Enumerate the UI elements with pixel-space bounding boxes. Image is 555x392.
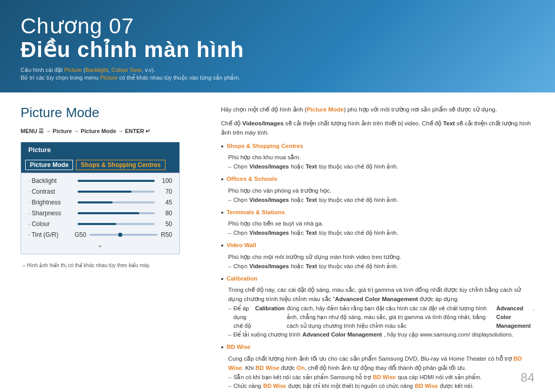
sharpness-value: 80 (158, 210, 172, 217)
main-content: Picture Mode MENU ☰ → Picture → Picture … (0, 92, 555, 392)
highlight-backlight: Backlight (85, 67, 108, 73)
picture-panel: Picture Picture Mode Shops & Shopping Ce… (21, 142, 180, 254)
contrast-label: Contrast (28, 188, 75, 195)
contrast-fill (78, 191, 132, 193)
bullet-dot-offices: • (221, 174, 224, 185)
bullet-offices: • Offices & Schools Phù hợp cho văn phòn… (221, 175, 534, 204)
header-desc2: Bố trí các tùy chọn trong menu Picture c… (21, 74, 534, 81)
bullet-dot-bdwise: • (221, 342, 224, 353)
panel-item-tint[interactable]: Tint (G/R) G50 R50 (28, 231, 172, 238)
highlight-text: Text (443, 120, 455, 126)
highlight-picture2: Picture (100, 74, 118, 81)
backlight-label: Backlight (28, 177, 75, 184)
panel-item-brightness[interactable]: Brightness 45 (28, 199, 172, 206)
contrast-value: 70 (158, 188, 172, 195)
brightness-fill (78, 201, 113, 203)
bullet-bdwise-title: • BD Wise (221, 343, 534, 353)
panel-header: Picture (21, 142, 179, 157)
page-number: 84 (521, 370, 534, 385)
bullet-terminals-sub1: Chọn Videos/Images hoặc Text tùy thuộc v… (228, 229, 534, 237)
panel-body: Backlight 100 Contrast 70 Brightness (21, 173, 179, 254)
colour-fill (78, 223, 116, 225)
panel-item-sharpness[interactable]: Sharpness 80 (28, 210, 172, 217)
chapter-title: Điều chỉnh màn hình (21, 38, 534, 62)
bullet-dot-videowall: • (221, 240, 224, 252)
bullet-shops: • Shops & Shopping Centres Phù hợp cho k… (221, 142, 534, 172)
left-column: Picture Mode MENU ☰ → Picture → Picture … (21, 105, 206, 392)
right-column: Hãy chọn một chế độ hình ảnh (Picture Mo… (221, 105, 534, 392)
panel-chevron-down[interactable]: ⌄ (28, 240, 172, 249)
bullet-videowall-body: Phù hợp cho mọi môi trường sử dụng màn h… (221, 253, 534, 271)
tint-thumb (118, 233, 122, 237)
bullet-terminals-body: Phù hợp cho bến xe buýt và nhà ga. Chọn … (221, 219, 534, 237)
bullet-bdwise-sub2: Chức năng BD Wise được bật chỉ khi một t… (228, 382, 534, 390)
bullet-offices-sub1: Chọn Videos/Images hoặc Text tùy thuộc v… (228, 196, 534, 204)
header-desc1: Cấu hình cài đặt Picture (Backlight, Col… (21, 67, 534, 73)
panel-selected-row[interactable]: Picture Mode Shops & Shopping Centres (21, 157, 179, 173)
bullet-heading-offices: Offices & Schools (227, 175, 277, 184)
bullet-bdwise-body: Cung cấp chất lượng hình ảnh tối ưu cho … (221, 354, 534, 390)
highlight-colourtone: Colour Tone (112, 67, 142, 73)
chapter-number: Chương 07 (21, 14, 534, 38)
colour-value: 50 (158, 220, 172, 228)
backlight-fill (78, 180, 155, 182)
highlight-videos-images: Videos/Images (243, 120, 284, 126)
bullet-calibration: • Calibration Trong chế độ này, các cài … (221, 274, 534, 340)
bullet-terminals: • Terminals & Stations Phù hợp cho bến x… (221, 208, 534, 238)
section-title: Picture Mode (21, 105, 206, 121)
bullet-dot-calibration: • (221, 274, 224, 285)
highlight-picture-mode: Picture Mode (307, 106, 344, 113)
sharpness-slider[interactable] (78, 212, 155, 214)
bullet-dot-shops: • (221, 141, 224, 153)
bullet-bdwise-sub1: Sẵn có khi bạn kết nối các sản phẩm Sams… (228, 373, 534, 382)
colour-slider[interactable] (78, 223, 155, 225)
panel-selected-label: Picture Mode (25, 160, 73, 170)
bullet-videowall: • Video Wall Phù hợp cho mọi môi trường … (221, 241, 534, 271)
bullet-heading-calibration: Calibration (227, 274, 257, 284)
bullet-calibration-body: Trong chế độ này, các cài đặt độ sáng, m… (221, 286, 534, 339)
tint-label: Tint (G/R) (28, 231, 75, 238)
panel-selected-value: Shops & Shopping Centres (76, 160, 165, 170)
sharpness-label: Sharpness (28, 210, 75, 217)
colour-label: Colour (28, 220, 75, 228)
bullet-calibration-sub1: Để áp dụng chế độ Calibration đúng cách,… (228, 304, 534, 330)
contrast-slider[interactable] (78, 191, 155, 193)
right-intro1: Hãy chọn một chế độ hình ảnh (Picture Mo… (221, 105, 534, 114)
header: Chương 07 Điều chỉnh màn hình Cấu hình c… (0, 0, 555, 92)
footnote: Hình ảnh hiển thị có thể khác nhau tùy t… (21, 263, 206, 268)
bullet-heading-bdwise: BD Wise (227, 343, 251, 352)
bullet-offices-body: Phù hợp cho văn phòng và trường học. Chọ… (221, 186, 534, 204)
backlight-value: 100 (158, 177, 172, 184)
bullet-bdwise: • BD Wise Cung cấp chất lượng hình ảnh t… (221, 343, 534, 390)
tint-slider[interactable] (89, 234, 158, 236)
bullet-videowall-title: • Video Wall (221, 241, 534, 252)
bullet-shops-title: • Shops & Shopping Centres (221, 142, 534, 153)
bullet-shops-body: Phù hợp cho khu mua sắm. Chọn Videos/Ima… (221, 153, 534, 171)
bullet-calibration-title: • Calibration (221, 274, 534, 285)
tint-g-value: G50 (75, 231, 86, 238)
bullet-videowall-sub1: Chọn Videos/Images hoặc Text tùy thuộc v… (228, 262, 534, 271)
highlight-picture: Picture (64, 67, 82, 73)
bullet-heading-terminals: Terminals & Stations (227, 208, 285, 217)
panel-item-backlight[interactable]: Backlight 100 (28, 177, 172, 184)
bullet-heading-shops: Shops & Shopping Centres (227, 142, 303, 151)
right-intro2: Chế độ Videos/Images sẽ cải thiện chất l… (221, 119, 534, 138)
brightness-value: 45 (158, 199, 172, 206)
bullet-heading-videowall: Video Wall (227, 241, 256, 250)
bullet-dot-terminals: • (221, 208, 224, 219)
menu-path: MENU ☰ → Picture → Picture Mode → ENTER … (21, 128, 206, 135)
bullet-calibration-sub2: Để tải xuống chương trình Advanced Color… (228, 330, 534, 339)
bullet-shops-sub1: Chọn Videos/Images hoặc Text tùy thuộc v… (228, 162, 534, 171)
panel-item-colour[interactable]: Colour 50 (28, 220, 172, 228)
bullet-offices-title: • Offices & Schools (221, 175, 534, 185)
brightness-slider[interactable] (78, 201, 155, 203)
sharpness-fill (78, 212, 139, 214)
backlight-slider[interactable] (78, 180, 155, 182)
panel-item-contrast[interactable]: Contrast 70 (28, 188, 172, 195)
bullet-terminals-title: • Terminals & Stations (221, 208, 534, 219)
brightness-label: Brightness (28, 199, 75, 206)
tint-r-value: R50 (161, 231, 172, 238)
